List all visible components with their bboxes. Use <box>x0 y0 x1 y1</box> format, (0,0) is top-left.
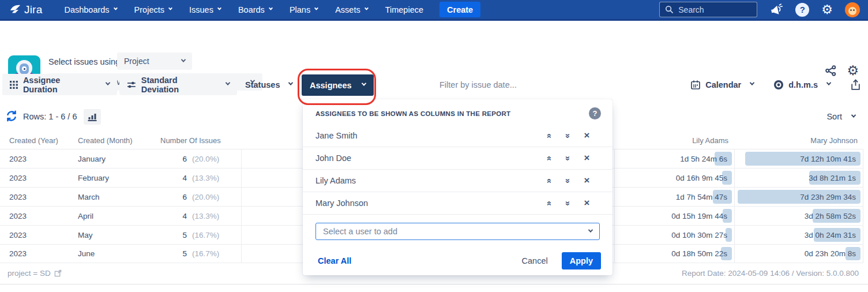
nav-right: Search ? ⚙ <box>659 2 868 17</box>
cell-lily-adams-duration: 1d 7h 54m 47s <box>614 188 734 206</box>
menu-item-issues[interactable]: Issues <box>189 5 221 14</box>
column-header-lily-adams[interactable]: Lily Adams <box>614 136 734 145</box>
chevron-down-icon <box>826 80 831 85</box>
apply-button[interactable]: Apply <box>562 252 601 269</box>
add-user-select[interactable]: Select a user to add <box>315 223 600 240</box>
move-up-icon[interactable]: « <box>545 154 555 163</box>
time-unit-label: d.h.m.s <box>788 80 818 89</box>
cell-created-year: 2023 <box>0 188 69 206</box>
chevron-down-icon <box>588 227 593 232</box>
assignee-row-mary-johnson: Mary Johnson«»× <box>303 192 613 215</box>
grid-icon <box>10 81 18 89</box>
metric-button[interactable]: Standard Deviation <box>119 74 237 95</box>
view-type-button[interactable]: Assignee Duration <box>2 74 117 95</box>
jira-swoosh-icon <box>8 3 22 17</box>
menu-item-timepiece[interactable]: Timepiece <box>385 5 423 14</box>
dialog-help-icon[interactable]: ? <box>589 107 601 119</box>
issue-percent: (20.0%) <box>192 193 219 201</box>
move-down-icon[interactable]: » <box>563 176 573 186</box>
menu-item-plans[interactable]: Plans <box>290 5 318 14</box>
duration-value: 3d 8h 21m 1s <box>809 174 861 182</box>
statuses-button[interactable]: Statuses <box>245 74 292 95</box>
duration-value: 0d 16h 9m 45s <box>676 174 732 182</box>
issue-date-filter-input[interactable]: Filter by issue date... <box>439 74 517 95</box>
jql-query-text: project = SD <box>7 269 51 278</box>
announcement-icon[interactable] <box>769 3 783 16</box>
move-up-icon[interactable]: « <box>545 131 555 141</box>
column-header-number-of-issues[interactable]: Number Of Issues <box>151 136 241 145</box>
app-root: Jira DashboardsProjectsIssuesBoardsPlans… <box>0 0 868 292</box>
cancel-button[interactable]: Cancel <box>522 256 548 265</box>
assignees-button[interactable]: Assignees <box>302 74 374 96</box>
sort-dropdown[interactable]: Sort <box>826 112 855 121</box>
issue-source-value: Project <box>124 57 149 66</box>
move-up-icon[interactable]: « <box>545 176 555 186</box>
main-menu: DashboardsProjectsIssuesBoardsPlansAsset… <box>64 5 423 14</box>
issue-percent: (13.3%) <box>192 212 219 220</box>
cell-mary-johnson-duration: 0d 23h 20m 8s <box>734 245 863 263</box>
chevron-down-icon <box>314 6 318 10</box>
remove-icon[interactable]: × <box>582 130 592 141</box>
chevron-down-icon <box>269 6 273 10</box>
create-button[interactable]: Create <box>439 2 480 17</box>
duration-value: 0d 23h 20m 8s <box>805 249 861 258</box>
cell-number-of-issues: 4(13.3%) <box>151 169 241 187</box>
user-avatar[interactable] <box>845 2 860 17</box>
nav-left: Jira DashboardsProjectsIssuesBoardsPlans… <box>0 2 480 17</box>
chevron-down-icon <box>181 57 186 62</box>
remove-icon[interactable]: × <box>582 175 592 186</box>
menu-item-boards[interactable]: Boards <box>238 5 272 14</box>
chevron-down-icon <box>288 80 293 85</box>
rows-count-label: Rows: 1 - 6 / 6 <box>23 112 77 121</box>
jira-logo[interactable]: Jira <box>8 3 42 17</box>
column-header-created-month[interactable]: Created (Month) <box>69 136 151 145</box>
cell-lily-adams-duration: 0d 18h 50m 22s <box>614 245 734 263</box>
cell-created-year: 2023 <box>0 149 69 168</box>
chevron-down-icon <box>168 6 172 10</box>
sort-label: Sort <box>826 112 842 121</box>
refresh-icon[interactable] <box>5 110 18 122</box>
menu-item-dashboards[interactable]: Dashboards <box>64 5 117 14</box>
issue-source-dropdown[interactable]: Project <box>117 53 192 70</box>
menu-item-projects[interactable]: Projects <box>134 5 172 14</box>
duration-value: 0d 18h 50m 22s <box>671 249 732 258</box>
chart-view-button[interactable] <box>84 109 101 125</box>
column-header-created-year[interactable]: Created (Year) <box>0 136 69 145</box>
settings-gear-icon[interactable]: ⚙ <box>821 3 833 16</box>
menu-item-assets[interactable]: Assets <box>335 5 368 14</box>
cell-number-of-issues: 5(16.7%) <box>151 245 241 263</box>
issue-percent: (16.7%) <box>192 231 219 239</box>
export-icon[interactable] <box>850 79 861 91</box>
toolbar-right: Calendar d.h.m.s <box>690 74 861 95</box>
cell-created-month: February <box>69 169 151 187</box>
clear-all-link[interactable]: Clear All <box>318 256 351 265</box>
cell-number-of-issues: 6(20.0%) <box>151 149 241 168</box>
column-header-mary-johnson[interactable]: Mary Johnson <box>734 136 863 145</box>
assignee-row-john-doe: John Doe«»× <box>303 147 613 170</box>
cell-mary-johnson-duration: 3d 8h 21m 1s <box>734 169 863 187</box>
chevron-down-icon <box>226 80 230 85</box>
assignee-name: Mary Johnson <box>315 199 536 208</box>
cell-number-of-issues: 5(16.7%) <box>151 226 241 244</box>
external-link-icon <box>54 269 62 277</box>
move-up-icon[interactable]: « <box>545 199 555 208</box>
chevron-down-icon <box>106 80 110 85</box>
assignee-row-lily-adams: Lily Adams«»× <box>303 170 613 192</box>
help-icon[interactable]: ? <box>795 3 809 17</box>
cell-created-month: June <box>69 245 151 263</box>
remove-icon[interactable]: × <box>582 152 592 164</box>
move-down-icon[interactable]: » <box>563 199 573 208</box>
remove-icon[interactable]: × <box>582 197 592 209</box>
move-down-icon[interactable]: » <box>563 154 573 163</box>
search-input[interactable]: Search <box>659 2 757 17</box>
time-unit-button[interactable]: d.h.m.s <box>773 80 831 90</box>
dialog-header: ASSIGNEES TO BE SHOWN AS COLUMNS IN THE … <box>303 108 613 119</box>
jql-query-link[interactable]: project = SD <box>7 269 62 278</box>
move-down-icon[interactable]: » <box>563 131 573 141</box>
logo-text: Jira <box>24 3 42 16</box>
calendar-button[interactable]: Calendar <box>690 80 754 90</box>
filter-placeholder: Filter by issue date... <box>439 80 517 89</box>
top-nav: Jira DashboardsProjectsIssuesBoardsPlans… <box>0 0 868 21</box>
cell-lily-adams-duration: 0d 16h 9m 45s <box>614 169 734 187</box>
cell-created-month: April <box>69 207 151 225</box>
